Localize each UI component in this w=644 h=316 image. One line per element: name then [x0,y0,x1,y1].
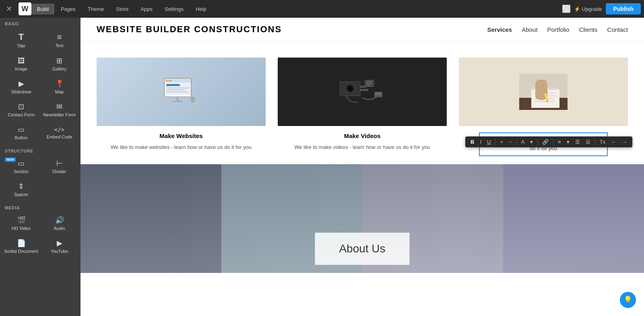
sidebar-item-label: Gallery [52,66,66,71]
sidebar-item-contact-form[interactable]: ⊡ Contact Form [2,99,40,121]
toolbar-undo[interactable]: ← [609,138,618,146]
toolbar-color-chevron[interactable]: ▾ [528,138,535,146]
toolbar-separator-4 [553,139,553,145]
sidebar-item-label: Title [17,43,25,48]
toolbar-ordered-list[interactable]: ☱ [584,138,592,146]
embed-code-icon: </> [54,127,64,132]
sidebar-item-image[interactable]: 🖼 Image [2,53,40,75]
sidebar-item-label: Slideshow [11,89,31,94]
toolbar-decrease-size[interactable]: − [507,138,514,146]
text-editing-toolbar: B I U + − A ▾ 🔗 ≡ ▾ ☰ ☱ Tx ← → [465,136,632,147]
scribd-icon: 📄 [17,240,26,247]
upgrade-button[interactable]: ⚡ Upgrade [574,6,602,12]
gallery-icon: ⊞ [56,57,62,64]
sidebar-item-scribd[interactable]: 📄 Scribd Document [2,235,40,258]
hd-video-icon: 🎬 [17,217,26,224]
svg-rect-26 [375,93,382,93]
structure-section-label: STRUCTURE [0,145,80,155]
nav-portfolio[interactable]: Portfolio [547,26,569,33]
sidebar-item-button[interactable]: ▭ Button [2,122,40,144]
toolbar-clear-format[interactable]: Tx [598,138,607,146]
toolbar-italic[interactable]: I [478,138,483,146]
sidebar-item-label: Image [15,66,27,71]
tab-store[interactable]: Store [110,4,134,14]
toolbar-underline[interactable]: U [485,138,493,146]
sidebar-item-embed-code[interactable]: </> Embed Code [41,122,78,144]
sidebar-item-label: Contact Form [8,112,35,117]
basic-items-grid: T Title ≡ Text 🖼 Image ⊞ Gallery ▶ Slide… [0,28,80,145]
svg-rect-9 [166,91,188,93]
nav-clients[interactable]: Clients [579,26,597,33]
sidebar-item-label: Map [55,89,64,94]
service-image-videos [278,58,447,126]
svg-rect-23 [366,83,372,84]
nav-contact[interactable]: Contact [607,26,628,33]
service-card-websites: Make Websites We like to make websites -… [97,58,266,156]
canvas-area: WEBSITE BUILDER CONSTRUCTIONS Services A… [80,18,644,316]
sidebar-item-audio[interactable]: 🔊 Audio [41,213,78,235]
device-preview-icon[interactable]: ⬜ [562,4,571,13]
svg-point-12 [190,97,195,103]
media-section-label: MEDIA [0,202,80,212]
svg-point-5 [170,80,171,81]
svg-rect-22 [366,81,372,82]
tab-theme[interactable]: Theme [82,4,109,14]
tab-help[interactable]: Help [190,4,212,14]
service-card-videos: Make Videos We like to make videos - lea… [278,58,447,156]
close-button[interactable]: ✕ [3,4,14,13]
toolbar-redo[interactable]: → [620,138,629,146]
about-section: About Us [80,164,644,273]
sidebar-item-map[interactable]: 📍 Map [41,76,78,98]
toolbar-align-chevron[interactable]: ▾ [565,138,572,146]
nav-about[interactable]: About [522,26,537,33]
site-header: WEBSITE BUILDER CONSTRUCTIONS Services A… [80,18,644,41]
sidebar-item-label: Spacer [14,192,28,197]
svg-rect-7 [166,87,190,89]
publish-button[interactable]: Publish [606,3,641,14]
sidebar-item-text[interactable]: ≡ Text [41,29,78,52]
toolbar-unordered-list[interactable]: ☰ [573,138,582,146]
sidebar-item-label: Section [14,169,29,174]
service-desc-videos: We like to make videos - learn how or ha… [294,143,430,151]
svg-rect-27 [375,94,382,95]
basic-section-label: BASIC [0,18,80,28]
newsletter-icon: ✉ [56,103,62,110]
svg-point-4 [168,80,169,81]
button-icon: ▭ [18,126,25,133]
toolbar-font-color[interactable]: A [519,138,527,146]
service-desc-websites: We like to make websites - learn how or … [111,143,252,151]
nav-services[interactable]: Services [487,26,512,33]
sidebar-item-title[interactable]: T Title [2,29,40,52]
new-badge: NEW [5,157,16,162]
divider-icon: ⊢ [56,160,63,167]
tab-settings[interactable]: Settings [159,4,189,14]
image-icon: 🖼 [18,57,25,64]
service-title-websites: Make Websites [159,132,202,139]
sidebar-item-slideshow[interactable]: ▶ Slideshow [2,76,40,98]
top-nav-bar: ✕ W Build Pages Theme Store Apps Setting… [0,0,644,18]
toolbar-bold[interactable]: B [469,138,476,146]
sidebar-item-youtube[interactable]: ▶ YouTube [41,235,78,258]
toolbar-separator-5 [595,139,595,145]
toolbar-increase-size[interactable]: + [498,138,505,146]
tab-apps[interactable]: Apps [135,4,158,14]
site-logo: WEBSITE BUILDER CONSTRUCTIONS [97,24,487,35]
toolbar-align[interactable]: ≡ [556,138,563,146]
toolbar-link[interactable]: 🔗 [540,138,551,146]
sidebar-item-spacer[interactable]: ⇕ Spacer [2,179,40,201]
tab-build[interactable]: Build [31,4,54,14]
tab-pages[interactable]: Pages [55,4,81,14]
sidebar-item-hd-video[interactable]: 🎬 HD Video [2,213,40,235]
svg-rect-10 [177,97,179,101]
site-navigation: Services About Portfolio Clients Contact [487,26,628,33]
slideshow-icon: ▶ [19,80,24,87]
service-image-websites [97,58,266,126]
main-layout: BASIC T Title ≡ Text 🖼 Image ⊞ Gallery ▶… [0,18,644,316]
sidebar-item-divider[interactable]: ⊢ Divider [41,156,78,178]
sidebar-item-section[interactable]: NEW ▭ Section [2,156,40,178]
sidebar-item-gallery[interactable]: ⊞ Gallery [41,53,78,75]
chat-bubble-button[interactable]: 💡 [620,292,636,308]
svg-rect-8 [166,89,185,91]
sidebar-item-label: YouTube [51,249,68,254]
sidebar-item-newsletter[interactable]: ✉ Newsletter Form [41,99,78,121]
